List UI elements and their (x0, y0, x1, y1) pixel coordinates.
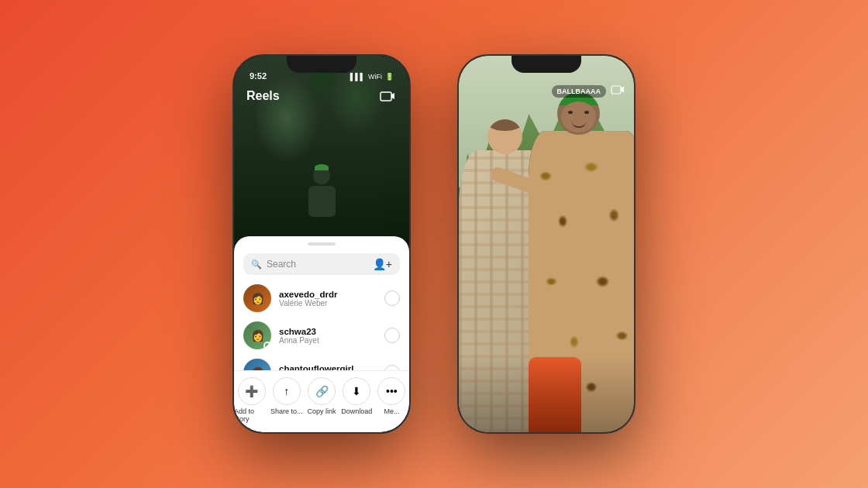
contact-username: axevedo_drdr (279, 290, 377, 299)
share-to-action[interactable]: ↑ Share to... (269, 377, 304, 423)
notch-left (287, 56, 356, 73)
add-story-label: Add to story (234, 407, 269, 423)
person-right-head (557, 92, 600, 135)
link-icon: 🔗 (308, 377, 336, 405)
contact-realname: Valérie Weber (279, 299, 377, 308)
download-label: Download (341, 407, 372, 415)
add-story-icon: ➕ (238, 377, 266, 405)
share-sheet: 🔍 Search 👤+ 👩 axevedo_drdr Valérie Weber (234, 236, 409, 432)
sheet-handle (308, 242, 336, 246)
action-bar: ➕ Add to story ↑ Share to... 🔗 Copy link… (234, 370, 409, 432)
search-input[interactable]: Search (267, 259, 368, 270)
select-circle[interactable] (384, 328, 400, 343)
more-icon: ••• (377, 377, 405, 405)
copy-link-label: Copy link (308, 407, 336, 415)
search-bar[interactable]: 🔍 Search 👤+ (243, 253, 400, 275)
phone1-header: Reels (234, 84, 409, 108)
phone2-video: BALLBAAAA (459, 56, 634, 432)
list-item[interactable]: 👩 axevedo_drdr Valérie Weber (234, 280, 409, 317)
status-time: 9:52 (250, 71, 267, 81)
phone-right: BALLBAAAA (457, 54, 636, 434)
contact-realname: Anna Payet (279, 336, 377, 345)
more-action[interactable]: ••• Me... (374, 377, 409, 423)
list-item[interactable]: 👩 schwa23 Anna Payet (234, 317, 409, 354)
bottom-fade (459, 355, 634, 432)
phone-left: 9:52 ▌▌▌ WiFi 🔋 Reels (232, 54, 411, 434)
p2-header: BALLBAAAA (552, 84, 625, 98)
download-icon: ⬇ (343, 377, 370, 405)
avatar: 👩 (243, 321, 271, 349)
more-label: Me... (384, 407, 399, 415)
person-left-head (487, 119, 522, 154)
reels-title: Reels (246, 89, 280, 103)
copy-link-action[interactable]: 🔗 Copy link (304, 377, 339, 423)
phones-container: 9:52 ▌▌▌ WiFi 🔋 Reels (232, 54, 636, 434)
online-indicator (264, 342, 271, 349)
add-people-icon[interactable]: 👤+ (373, 258, 392, 270)
camera-button[interactable] (378, 87, 397, 105)
svg-rect-2 (611, 86, 621, 94)
contact-username: schwa23 (279, 327, 377, 336)
share-icon: ↑ (273, 377, 301, 405)
download-action[interactable]: ⬇ Download (339, 377, 374, 423)
notch-right (512, 56, 581, 73)
username-badge: BALLBAAAA (552, 85, 607, 98)
status-icons: ▌▌▌ WiFi 🔋 (350, 73, 394, 81)
avatar: 👩 (243, 284, 271, 312)
share-label: Share to... (270, 407, 303, 415)
search-icon: 🔍 (251, 259, 262, 270)
svg-rect-0 (381, 92, 391, 101)
select-circle[interactable] (384, 290, 400, 306)
camera-icon-right[interactable] (611, 84, 625, 98)
add-to-story-action[interactable]: ➕ Add to story (234, 377, 269, 423)
